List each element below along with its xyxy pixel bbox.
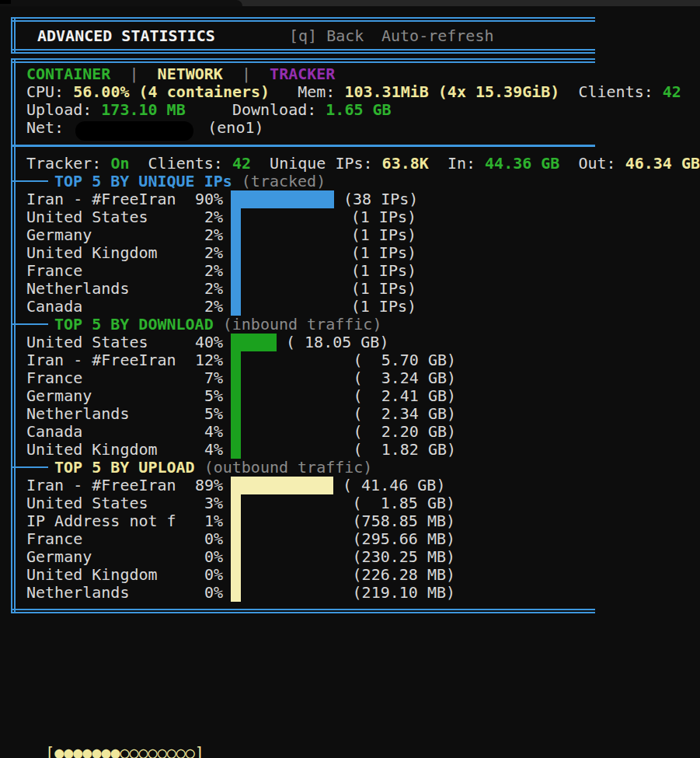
auto-refresh-label[interactable]: Auto-refresh bbox=[381, 27, 494, 45]
section-subtitle: (tracked) bbox=[242, 172, 326, 190]
status-bar: [●●●●●●●○○○○○○○○] Next refresh in 8s [q]… bbox=[8, 726, 232, 744]
country-name: Iran - #FreeIran bbox=[26, 190, 176, 208]
active-terminal-tab[interactable] bbox=[0, 0, 242, 6]
border-line bbox=[11, 20, 595, 22]
border-line bbox=[11, 17, 595, 19]
value-label: (1 IPs) bbox=[351, 298, 416, 316]
upload-download-row: Upload: 173.10 MB Download: 1.65 GB bbox=[26, 101, 392, 119]
stat-bar bbox=[231, 208, 241, 226]
text-segment: Net: bbox=[26, 118, 73, 137]
terminal-screen: ADVANCED STATISTICS [q] Back Auto-refres… bbox=[0, 0, 700, 758]
tracker-summary-row: Tracker: On Clients: 42 Unique IPs: 63.8… bbox=[26, 155, 700, 173]
country-name: United States bbox=[26, 494, 148, 512]
value-label: ( 1.85 GB) bbox=[353, 494, 455, 512]
value-label: (38 IPs) bbox=[343, 190, 418, 208]
percent-value: 1% bbox=[174, 512, 223, 530]
border-line bbox=[11, 52, 595, 54]
stat-row: Germany2%(1 IPs) bbox=[26, 226, 695, 244]
percent-value: 2% bbox=[174, 208, 223, 226]
tab-tracker[interactable]: TRACKER bbox=[270, 65, 335, 83]
border-line bbox=[11, 58, 12, 613]
value-label: ( 3.24 GB) bbox=[353, 369, 456, 387]
percent-value: 5% bbox=[174, 405, 223, 423]
section-title: TOP 5 BY UNIQUE IPs (tracked) bbox=[54, 173, 326, 190]
border-line bbox=[14, 58, 16, 613]
percent-value: 3% bbox=[174, 494, 223, 512]
text-segment: CPU: bbox=[26, 82, 73, 101]
stat-bar bbox=[231, 351, 241, 369]
stat-row: France2%(1 IPs) bbox=[26, 262, 695, 280]
border-line bbox=[11, 17, 12, 54]
border-line bbox=[11, 49, 595, 51]
header-tick-line bbox=[12, 180, 48, 182]
section-separator-line bbox=[11, 145, 595, 147]
value-label: (1 IPs) bbox=[351, 208, 416, 226]
percent-value: 0% bbox=[174, 548, 223, 566]
tab-strip-notch bbox=[0, 0, 11, 4]
value-label: ( 5.70 GB) bbox=[353, 351, 456, 369]
country-name: United Kingdom bbox=[26, 244, 158, 262]
country-name: United States bbox=[26, 334, 148, 351]
value-label: (230.25 MB) bbox=[353, 548, 455, 566]
country-name: Canada bbox=[26, 423, 82, 441]
stat-bar bbox=[231, 494, 241, 512]
stat-row: Germany0%(230.25 MB) bbox=[26, 548, 695, 566]
value-label: (1 IPs) bbox=[351, 244, 416, 262]
stat-bar bbox=[231, 244, 241, 262]
tab-container[interactable]: CONTAINER bbox=[26, 65, 110, 83]
text-segment: Unique IPs: bbox=[251, 154, 382, 173]
stat-bar bbox=[231, 405, 241, 423]
back-shortcut[interactable]: [q] Back bbox=[289, 27, 364, 45]
country-name: Germany bbox=[26, 387, 92, 405]
text-segment: 173.10 MB bbox=[101, 100, 185, 119]
text-segment: Clients: bbox=[129, 154, 232, 173]
text-segment: 46.34 GB bbox=[625, 154, 700, 173]
text-segment: 1.65 GB bbox=[326, 100, 391, 119]
country-name: Netherlands bbox=[26, 405, 129, 423]
border-line bbox=[11, 609, 595, 610]
tab-network[interactable]: NETWORK bbox=[158, 65, 223, 83]
value-label: ( 2.34 GB) bbox=[353, 405, 456, 423]
country-name: United Kingdom bbox=[26, 441, 158, 459]
stat-row: Canada4%( 2.20 GB) bbox=[26, 423, 695, 441]
text-segment: 44.36 GB bbox=[485, 154, 559, 173]
redacted-net-address bbox=[75, 121, 193, 141]
text-segment: In: bbox=[429, 154, 485, 173]
stat-row: Iran - #FreeIran12%( 5.70 GB) bbox=[26, 351, 695, 369]
value-label: (1 IPs) bbox=[351, 226, 416, 244]
country-name: Iran - #FreeIran bbox=[26, 477, 176, 494]
stat-row: United States2%(1 IPs) bbox=[26, 208, 695, 226]
country-name: Iran - #FreeIran bbox=[26, 351, 176, 369]
value-label: ( 41.46 GB) bbox=[343, 477, 445, 494]
section-header: TOP 5 BY DOWNLOAD (inbound traffic) bbox=[12, 316, 603, 334]
value-label: ( 2.20 GB) bbox=[353, 423, 456, 441]
stat-row: France0%(295.66 MB) bbox=[26, 530, 695, 548]
percent-value: 2% bbox=[174, 244, 223, 262]
net-row: Net: (eno1) bbox=[26, 119, 264, 137]
stat-row: United Kingdom2%(1 IPs) bbox=[26, 244, 695, 262]
stat-row: United Kingdom4%( 1.82 GB) bbox=[26, 441, 695, 459]
stat-row: Netherlands2%(1 IPs) bbox=[26, 280, 695, 298]
percent-value: 2% bbox=[174, 298, 223, 316]
country-name: Germany bbox=[26, 548, 92, 566]
stat-bar bbox=[231, 548, 241, 566]
text-segment: (eno1) bbox=[198, 118, 263, 137]
percent-value: 0% bbox=[174, 566, 223, 584]
stat-row: Canada2%(1 IPs) bbox=[26, 298, 695, 316]
stat-bar bbox=[231, 298, 241, 316]
percent-value: 89% bbox=[174, 477, 223, 494]
country-name: France bbox=[26, 369, 82, 387]
border-line bbox=[14, 17, 16, 54]
percent-value: 40% bbox=[174, 334, 223, 351]
stat-bar bbox=[231, 477, 333, 494]
tab-separator: | bbox=[110, 65, 157, 83]
stat-bar bbox=[231, 226, 241, 244]
percent-value: 12% bbox=[174, 351, 223, 369]
country-name: Canada bbox=[26, 298, 82, 316]
text-segment: Tracker: bbox=[26, 154, 110, 173]
text-segment: Mem: bbox=[270, 82, 344, 101]
country-name: France bbox=[26, 262, 82, 280]
stat-row: IP Address not f1%(758.85 MB) bbox=[26, 512, 695, 530]
text-segment: Clients: bbox=[559, 82, 662, 101]
country-name: Netherlands bbox=[26, 584, 129, 602]
